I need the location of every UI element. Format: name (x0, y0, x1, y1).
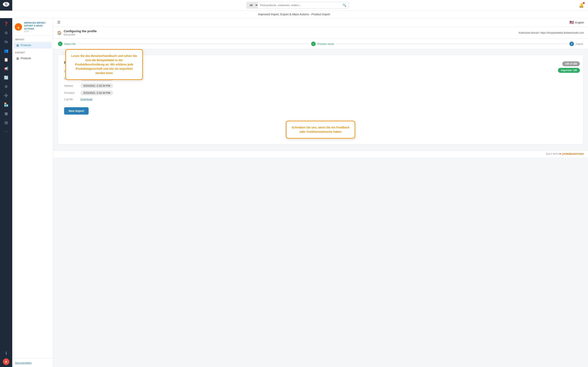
sidebar-item-export-products[interactable]: ▦ Products (13, 55, 52, 62)
sidebar-icon-grid[interactable]: ▦ (2, 110, 10, 117)
search-input[interactable] (258, 2, 340, 8)
main-layout: ❓ ⧉ 🛍 👥 📋 📢 🔄 ⚙ ➕ 🏪 ▦ ▤ ⋯ ℹ A 🔥 IMPROVED… (0, 18, 588, 367)
stat-count: 100 of 100 (562, 61, 580, 66)
export-products-label: Products (21, 57, 31, 60)
table-icon: ▦ (16, 44, 19, 47)
step3-label: Import (576, 42, 583, 45)
new-import-button[interactable]: New Import (64, 107, 89, 115)
notification-icon[interactable]: 🔔 (579, 3, 584, 8)
profile-title: Configuring the profile (64, 29, 97, 33)
tooltip-1: Lesen Sie das Benutzerhandbuch und sehen… (65, 49, 143, 80)
app-logo[interactable]: G (3, 2, 9, 7)
sidebar-icon-grid2[interactable]: ▤ (2, 119, 10, 126)
started-value: 3/23/2022, 2:32:34 PM (80, 83, 113, 88)
logfile-label: Log file: (64, 98, 80, 101)
export-table-icon: ▦ (16, 57, 19, 60)
main-content: Lesen Sie das Benutzerhandbuch und sehen… (53, 49, 588, 150)
download-link[interactable]: Download (80, 98, 92, 101)
import-products-label: Products (21, 44, 31, 47)
language-selector[interactable]: 🇺🇸 English (570, 20, 584, 25)
sidebar-footer: Documentation (12, 358, 53, 367)
sidebar-icon-marketing[interactable]: 📢 (2, 65, 10, 72)
step-preview[interactable]: ✓ Preview result (311, 42, 334, 46)
job-row-finished: Finished: 3/23/2022, 2:32:44 PM (64, 91, 577, 95)
plugin-header: 🔥 IMPROVED IMPORT, EXPORT & MASS ACTIONS… (12, 18, 53, 36)
step1-label: Select file (64, 42, 76, 45)
tooltip-2: Schreiben Sie uns, wenn Sie ein Feedback… (286, 121, 355, 139)
step-import[interactable]: 4 Import (570, 42, 583, 46)
sidebar-icon-plus[interactable]: ➕ (2, 92, 10, 99)
page-footer: BUILT WITH ❤ @FIREBEARSTUDIO (53, 150, 588, 157)
top-bar-right: 🔔 (579, 3, 584, 8)
step2-circle: ✓ (311, 42, 316, 46)
sidebar-icon-sync[interactable]: 🔄 (2, 74, 10, 81)
stats-area: 100 of 100 Imported: 100 (558, 61, 580, 73)
step3-circle: 4 (570, 42, 574, 46)
sub-header-title: Improved Import, Export & Mass Actions -… (258, 13, 330, 16)
language-label: English (575, 21, 584, 24)
sidebar-item-import-products[interactable]: ▦ Products (13, 42, 52, 49)
user-avatar[interactable]: A (3, 359, 9, 365)
tooltip-2-text: Schreiben Sie uns, wenn Sie ein Feedback… (291, 125, 350, 134)
search-button[interactable]: 🔍 (340, 2, 348, 8)
hamburger-icon[interactable]: ☰ (57, 20, 61, 25)
sidebar-icon-settings[interactable]: ⚙ (2, 83, 10, 90)
profile-info: Configuring the profile Edit profile (64, 29, 97, 36)
notification-badge (583, 2, 585, 4)
sidebar-icon-store[interactable]: 🏪 (2, 101, 10, 108)
flag-icon: 🇺🇸 (570, 20, 574, 25)
tooltip-1-text: Lesen Sie das Benutzerhandbuch und sehen… (71, 54, 138, 75)
step-select-file[interactable]: ✓ Select file (58, 42, 76, 46)
plugin-sidebar: 🔥 IMPROVED IMPORT, EXPORT & MASS ACTIONS… (12, 18, 53, 367)
top-bar: G All 🔍 🔔 (0, 0, 588, 11)
content-header: ☰ 🇺🇸 English (53, 18, 588, 27)
documentation-link[interactable]: Documentation (15, 361, 32, 364)
profile-bar: 🏠 Configuring the profile Edit profile A… (53, 27, 588, 39)
step2-label: Preview result (317, 42, 334, 45)
sidebar-icon-copy[interactable]: ⧉ (2, 29, 10, 36)
search-filter[interactable]: All (247, 2, 258, 8)
sidebar-icon-question[interactable]: ❓ (2, 20, 10, 27)
step-divider-1 (78, 44, 309, 44)
plugin-name: IMPROVED IMPORT, EXPORT & MASS ACTIONS (24, 21, 51, 30)
sidebar-icon-info[interactable]: ℹ (2, 350, 10, 357)
step1-circle: ✓ (58, 42, 62, 46)
job-row-logfile: Log file: Download (64, 98, 577, 101)
footer-text: BUILT WITH (546, 153, 559, 155)
sidebar-icon-users[interactable]: 👥 (2, 47, 10, 54)
heart-icon: ❤ (559, 153, 562, 155)
sidebar-icon-more[interactable]: ⋯ (2, 128, 10, 135)
finished-label: Finished: (64, 91, 80, 94)
sidebar-icon-orders[interactable]: 📋 (2, 56, 10, 63)
import-section-label: IMPORT (12, 36, 53, 42)
content-area: ☰ 🇺🇸 English 🏠 Configuring the profile E… (53, 18, 588, 367)
sidebar-icon-bag[interactable]: 🛍 (2, 38, 10, 45)
stat-imported: Imported: 100 (558, 68, 580, 73)
authorized-domain: Authorized domain: https://shopwarebeta.… (519, 31, 584, 34)
footer-brand: @FIREBEARSTUDIO (562, 153, 584, 155)
step-divider-2 (336, 44, 568, 44)
export-section-label: EXPORT (12, 49, 53, 55)
search-bar: All 🔍 (247, 2, 349, 8)
plugin-info: IMPROVED IMPORT, EXPORT & MASS ACTIONS 1… (24, 21, 51, 33)
sidebar-icons: ❓ ⧉ 🛍 👥 📋 📢 🔄 ⚙ ➕ 🏪 ▦ ▤ ⋯ ℹ A (0, 18, 12, 367)
profile-bar-left: 🏠 Configuring the profile Edit profile (57, 29, 97, 36)
job-row-started: Started: 3/23/2022, 2:32:34 PM (64, 83, 577, 88)
sub-header: Improved Import, Export & Mass Actions -… (0, 11, 588, 18)
started-label: Started: (64, 84, 80, 87)
steps-bar: ✓ Select file ✓ Preview result 4 Import (53, 39, 588, 49)
plugin-version: 1.0.4 (24, 30, 51, 33)
home-icon: 🏠 (57, 31, 62, 35)
finished-value: 3/23/2022, 2:32:44 PM (80, 91, 113, 95)
profile-subtitle[interactable]: Edit profile (64, 33, 97, 36)
plugin-logo: 🔥 (15, 23, 22, 31)
